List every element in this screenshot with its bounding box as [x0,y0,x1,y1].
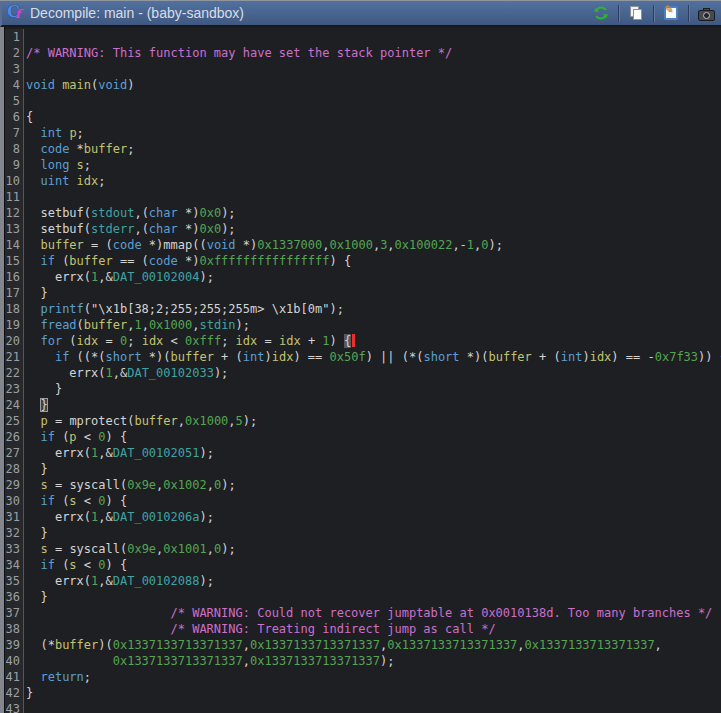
code-line[interactable]: 17 } [5,285,721,301]
code-line[interactable]: 36 } [5,589,721,605]
code-line[interactable]: 25 p = mprotect(buffer,0x1000,5); [5,413,721,429]
code-line[interactable]: 9 long s; [5,157,721,173]
code-line[interactable]: 28 } [5,461,721,477]
code-line[interactable]: 27 errx(1,&DAT_00102051); [5,445,721,461]
code-line[interactable]: 41 return; [5,669,721,685]
snapshot-button[interactable] [695,3,717,23]
code-text: if (s < 0) { [24,557,721,573]
code-line[interactable]: 42} [5,685,721,701]
line-number: 24 [5,397,24,413]
code-line[interactable]: 2/* WARNING: This function may have set … [5,45,721,61]
code-line[interactable]: 23 } [5,381,721,397]
code-line[interactable]: 26 if (p < 0) { [5,429,721,445]
refresh-icon [593,5,609,21]
code-line[interactable]: 1 [5,29,721,45]
code-line[interactable]: 43 [5,701,721,713]
code-line[interactable]: 12 setbuf(stdout,(char *)0x0); [5,205,721,221]
code-text: for (idx = 0; idx < 0xfff; idx = idx + 1… [24,333,721,349]
code-text: } [24,285,721,301]
line-number: 15 [5,253,24,269]
code-text: /* WARNING: This function may have set t… [24,45,721,61]
code-line[interactable]: 31 errx(1,&DAT_0010206a); [5,509,721,525]
code-text [24,93,721,109]
code-line[interactable]: 29 s = syscall(0x9e,0x1002,0); [5,477,721,493]
line-number: 35 [5,573,24,589]
line-number: 42 [5,685,24,701]
line-number: 12 [5,205,24,221]
code-line[interactable]: 13 setbuf(stderr,(char *)0x0); [5,221,721,237]
line-number: 10 [5,173,24,189]
line-number: 30 [5,493,24,509]
code-line[interactable]: 35 errx(1,&DAT_00102088); [5,573,721,589]
line-number: 36 [5,589,24,605]
code-line[interactable]: 4void main(void) [5,77,721,93]
code-line[interactable]: 22 errx(1,&DAT_00102033); [5,365,721,381]
decompile-titlebar: C f Decompile: main - (baby-sandbox) [0,1,721,27]
line-number: 33 [5,541,24,557]
line-number: 7 [5,125,24,141]
code-line[interactable]: 33 s = syscall(0x9e,0x1001,0); [5,541,721,557]
code-text: fread(buffer,1,0x1000,stdin); [24,317,721,333]
code-text [24,189,721,205]
line-number: 11 [5,189,24,205]
code-text: /* WARNING: Could not recover jumptable … [24,605,721,621]
line-number: 37 [5,605,24,621]
code-text: 0x1337133713371337,0x1337133713371337); [24,653,721,669]
code-line[interactable]: 39 (*buffer)(0x1337133713371337,0x133713… [5,637,721,653]
line-number: 19 [5,317,24,333]
line-number: 38 [5,621,24,637]
code-line[interactable]: 19 fread(buffer,1,0x1000,stdin); [5,317,721,333]
code-text: errx(1,&DAT_00102088); [24,573,721,589]
code-text: int p; [24,125,721,141]
refresh-button[interactable] [590,3,612,23]
code-line[interactable]: 10 uint idx; [5,173,721,189]
code-line[interactable]: 16 errx(1,&DAT_00102004); [5,269,721,285]
code-line[interactable]: 34 if (s < 0) { [5,557,721,573]
code-area: 12/* WARNING: This function may have set… [5,29,721,713]
code-line[interactable]: 6{ [5,109,721,125]
code-text: printf("\x1b[38;2;255;255;255m> \x1b[0m"… [24,301,721,317]
code-line[interactable]: 32 } [5,525,721,541]
code-text: s = syscall(0x9e,0x1001,0); [24,541,721,557]
code-text: void main(void) [24,77,721,93]
line-number: 27 [5,445,24,461]
code-text: errx(1,&DAT_00102004); [24,269,721,285]
code-text: p = mprotect(buffer,0x1000,5); [24,413,721,429]
line-number: 20 [5,333,24,349]
line-number: 29 [5,477,24,493]
code-line[interactable]: 30 if (s < 0) { [5,493,721,509]
toolbar-separator [618,5,619,22]
code-text: errx(1,&DAT_00102051); [24,445,721,461]
decompiler-editor: 12/* WARNING: This function may have set… [0,27,721,713]
code-line[interactable]: 3 [5,61,721,77]
code-line[interactable]: 37 /* WARNING: Could not recover jumptab… [5,605,721,621]
line-number: 9 [5,157,24,173]
code-line[interactable]: 38 /* WARNING: Treating indirect jump as… [5,621,721,637]
camera-icon [697,6,715,21]
code-line[interactable]: 14 buffer = (code *)mmap((void *)0x13370… [5,237,721,253]
toolbar-separator [653,5,654,22]
line-number: 3 [5,61,24,77]
line-number: 31 [5,509,24,525]
code-text [24,61,721,77]
code-line[interactable]: 24 } [5,397,721,413]
edit-button[interactable]: ✎ [660,3,682,23]
copy-button[interactable] [625,3,647,23]
code-text: return; [24,669,721,685]
titlebar-toolbar: ✎ [590,3,717,23]
line-number: 28 [5,461,24,477]
line-number: 18 [5,301,24,317]
code-text: code *buffer; [24,141,721,157]
code-line[interactable]: 8 code *buffer; [5,141,721,157]
code-text: { [24,109,721,125]
code-line[interactable]: 15 if (buffer == (code *)0xfffffffffffff… [5,253,721,269]
code-line[interactable]: 20 for (idx = 0; idx < 0xfff; idx = idx … [5,333,721,349]
code-line[interactable]: 7 int p; [5,125,721,141]
code-line[interactable]: 11 [5,189,721,205]
line-number: 1 [5,29,24,45]
code-line[interactable]: 5 [5,93,721,109]
code-line[interactable]: 18 printf("\x1b[38;2;255;255;255m> \x1b[… [5,301,721,317]
code-line[interactable]: 40 0x1337133713371337,0x1337133713371337… [5,653,721,669]
line-number: 14 [5,237,24,253]
code-line[interactable]: 21 if ((*(short *)(buffer + (int)idx) ==… [5,349,721,365]
